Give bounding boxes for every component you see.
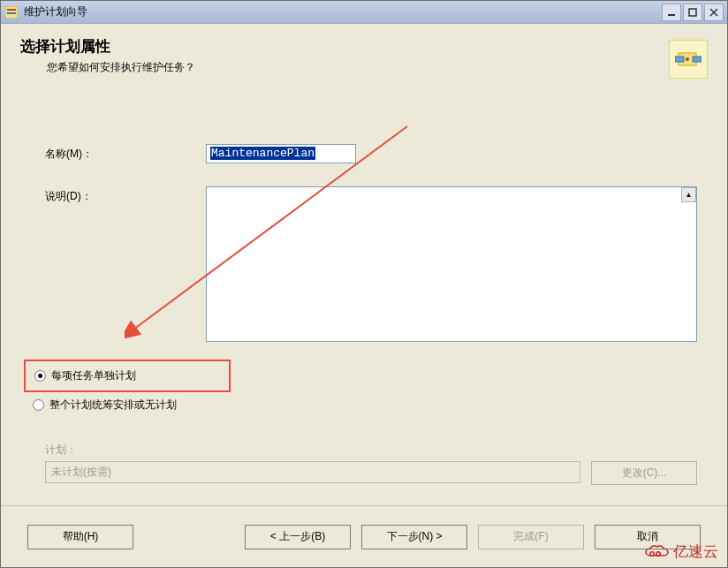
- wizard-header-icon: [669, 40, 708, 79]
- radio-dot-icon: [34, 370, 46, 382]
- finish-button: 完成(F): [478, 525, 584, 549]
- name-input-wrap: MaintenancePlan: [206, 144, 697, 163]
- maximize-button[interactable]: [683, 4, 702, 21]
- app-icon: [4, 5, 19, 19]
- next-button[interactable]: 下一步(N) >: [361, 525, 467, 549]
- radio-single-schedule[interactable]: 整个计划统筹安排或无计划: [33, 398, 697, 413]
- svg-rect-1: [7, 9, 16, 11]
- name-input[interactable]: [206, 144, 356, 163]
- annotation-highlight-box: 每项任务单独计划: [24, 360, 231, 392]
- schedule-label: 计划：: [45, 443, 697, 458]
- svg-rect-4: [689, 9, 696, 16]
- desc-label: 说明(D)：: [45, 186, 206, 204]
- svg-point-13: [656, 551, 660, 555]
- wizard-body: 名称(M)： MaintenancePlan 说明(D)： ▲: [1, 109, 727, 496]
- watermark-cloud-icon: [643, 543, 670, 561]
- wizard-window: 维护计划向导 选择计划属性 您希望如何安排执行维护任务？: [0, 0, 728, 568]
- scroll-up-icon[interactable]: ▲: [681, 187, 696, 202]
- description-textarea[interactable]: ▲: [206, 186, 697, 342]
- radio-individual-schedule[interactable]: 每项任务单独计划: [34, 368, 220, 383]
- schedule-group: 计划： 更改(C)...: [45, 443, 697, 485]
- svg-point-10: [686, 57, 689, 61]
- schedule-input: [45, 461, 580, 483]
- help-button[interactable]: 帮助(H): [27, 525, 133, 549]
- watermark: 亿速云: [643, 541, 718, 562]
- svg-rect-8: [675, 57, 684, 62]
- wizard-header: 选择计划属性 您希望如何安排执行维护任务？: [1, 24, 727, 109]
- svg-point-12: [650, 551, 654, 555]
- title-bar: 维护计划向导: [1, 1, 727, 24]
- page-subtitle: 您希望如何安排执行维护任务？: [47, 60, 669, 75]
- minimize-button[interactable]: [662, 4, 681, 21]
- page-title: 选择计划属性: [20, 36, 669, 57]
- window-title: 维护计划向导: [24, 4, 662, 19]
- radio-label: 整个计划统筹安排或无计划: [49, 398, 177, 413]
- svg-rect-2: [7, 12, 16, 14]
- svg-rect-9: [693, 57, 701, 62]
- radio-dot-icon: [33, 399, 44, 411]
- watermark-text: 亿速云: [673, 541, 718, 562]
- close-button[interactable]: [704, 4, 724, 21]
- change-schedule-button: 更改(C)...: [591, 461, 697, 485]
- wizard-footer: 帮助(H) < 上一步(B) 下一步(N) > 完成(F) 取消: [1, 505, 727, 567]
- window-buttons: [662, 4, 724, 21]
- back-button[interactable]: < 上一步(B): [245, 525, 351, 549]
- radio-label: 每项任务单独计划: [51, 368, 136, 383]
- name-label: 名称(M)：: [45, 144, 206, 162]
